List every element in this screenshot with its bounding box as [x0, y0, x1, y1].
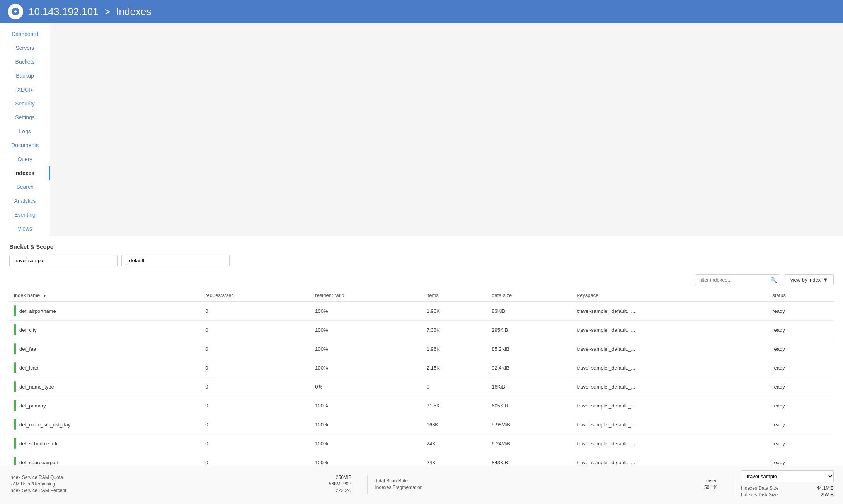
index-name-text: def_airportname [19, 308, 56, 314]
status-indicator [14, 400, 16, 411]
view-by-label: view by index [790, 277, 821, 283]
cell-status: ready [768, 396, 834, 415]
ram-quota-value: 256MiB [336, 475, 352, 480]
col-keyspace: keyspace [572, 289, 768, 302]
footer-block-left: Index Service RAM Quota 256MiB RAM Used/… [9, 475, 359, 494]
index-name-text: def_icao [19, 365, 38, 371]
cell-data-size: 16KiB [487, 377, 572, 396]
table-row[interactable]: def_name_type 0 0% 0 16KiB travel-sample… [9, 377, 834, 396]
sidebar-item-views[interactable]: Views [0, 222, 50, 236]
table-row[interactable]: def_sourceairport 0 100% 24K 843KiB trav… [9, 453, 834, 465]
status-indicator [14, 419, 16, 430]
cell-items: 24K [422, 434, 487, 453]
cell-keyspace: travel-sample._default._... [572, 434, 768, 453]
stat-data-size: Indexes Data Size 44.1MiB [741, 485, 834, 491]
cell-items: 1.96K [422, 302, 487, 321]
cell-requests: 0 [201, 377, 310, 396]
col-ratio: resident ratio [310, 289, 422, 302]
sidebar-item-search[interactable]: Search [0, 180, 50, 194]
sidebar-item-buckets[interactable]: Buckets [0, 55, 50, 69]
scan-rate-value: 0/sec [706, 478, 717, 484]
main-content: Bucket & Scope 🔍 view by index [0, 236, 843, 465]
ram-percent-label: Index Service RAM Percent [9, 488, 66, 493]
scope-input[interactable] [121, 255, 230, 266]
index-name-text: def_route_src_dst_day [19, 422, 70, 428]
cell-keyspace: travel-sample._default._... [572, 358, 768, 377]
cell-status: ready [768, 434, 834, 453]
index-name-text: def_primary [19, 403, 46, 409]
cell-ratio: 100% [310, 358, 422, 377]
sidebar-item-security[interactable]: Security [0, 97, 50, 110]
view-by-button[interactable]: view by index ▼ [785, 274, 834, 285]
cell-data-size: 605KiB [487, 396, 572, 415]
cell-requests: 0 [201, 358, 310, 377]
header-title: 10.143.192.101 > Indexes [29, 6, 151, 18]
sidebar-item-settings[interactable]: Settings [0, 110, 50, 124]
cell-index-name: def_schedule_utc [9, 434, 201, 453]
col-index-name[interactable]: index name ▼ [9, 289, 201, 302]
footer-divider-2 [733, 475, 733, 494]
table-row[interactable]: def_route_src_dst_day 0 100% 168K 5.98Mi… [9, 415, 834, 434]
stat-scan-rate: Total Scan Rate 0/sec [375, 478, 718, 484]
cell-items: 24K [422, 453, 487, 465]
footer-stats: Index Service RAM Quota 256MiB RAM Used/… [0, 465, 843, 504]
cell-items: 31.5K [422, 396, 487, 415]
cell-index-name: def_faa [9, 339, 201, 358]
bucket-dropdown[interactable]: travel-sample [741, 470, 834, 482]
table-row[interactable]: def_faa 0 100% 1.96K 85.2KiB travel-samp… [9, 339, 834, 358]
cell-ratio: 100% [310, 434, 422, 453]
sidebar-item-query[interactable]: Query [0, 152, 50, 166]
stat-ram-used: RAM Used/Remaining 568MiB/0B [9, 481, 352, 487]
cell-requests: 0 [201, 415, 310, 434]
sidebar-item-servers[interactable]: Servers [0, 41, 50, 55]
col-data-size: data size [487, 289, 572, 302]
sidebar-item-indexes[interactable]: Indexes [0, 166, 50, 180]
status-indicator [14, 305, 16, 316]
bucket-input[interactable] [9, 255, 118, 266]
table-row[interactable]: def_primary 0 100% 31.5K 605KiB travel-s… [9, 396, 834, 415]
cell-index-name: def_name_type [9, 377, 201, 396]
cell-data-size: 85.2KiB [487, 339, 572, 358]
filter-row: 🔍 view by index ▼ [9, 274, 834, 285]
filter-input[interactable] [695, 274, 780, 285]
col-requests: requests/sec [201, 289, 310, 302]
sidebar-item-xdcr[interactable]: XDCR [0, 83, 50, 97]
cell-items: 168K [422, 415, 487, 434]
cell-ratio: 100% [310, 321, 422, 339]
cell-ratio: 100% [310, 339, 422, 358]
index-name-text: def_name_type [19, 384, 54, 390]
scan-rate-label: Total Scan Rate [375, 478, 408, 484]
cell-keyspace: travel-sample._default._... [572, 302, 768, 321]
ram-used-label: RAM Used/Remaining [9, 481, 55, 487]
table-row[interactable]: def_airportname 0 100% 1.96K 83KiB trave… [9, 302, 834, 321]
cell-status: ready [768, 339, 834, 358]
bucket-scope-title: Bucket & Scope [9, 243, 834, 250]
header-ip: 10.143.192.101 [29, 6, 99, 17]
index-name-text: def_faa [19, 346, 36, 352]
cell-items: 2.15K [422, 358, 487, 377]
sidebar-item-analytics[interactable]: Analytics [0, 194, 50, 208]
sidebar-item-logs[interactable]: Logs [0, 124, 50, 138]
cell-keyspace: travel-sample._default._... [572, 453, 768, 465]
cell-data-size: 92.4KiB [487, 358, 572, 377]
sidebar-item-backup[interactable]: Backup [0, 69, 50, 83]
cell-status: ready [768, 377, 834, 396]
sidebar-item-documents[interactable]: Documents [0, 138, 50, 152]
stat-ram-quota: Index Service RAM Quota 256MiB [9, 475, 352, 480]
sidebar-item-dashboard[interactable]: Dashboard [0, 27, 50, 41]
status-indicator [14, 381, 16, 392]
table-row[interactable]: def_icao 0 100% 2.15K 92.4KiB travel-sam… [9, 358, 834, 377]
table-row[interactable]: def_city 0 100% 7.38K 295KiB travel-samp… [9, 321, 834, 339]
data-size-value: 44.1MiB [817, 485, 834, 491]
fragmentation-value: 50.1% [704, 485, 717, 490]
stat-disk-size: Indexes Disk Size 25MiB [741, 492, 834, 497]
sidebar-item-eventing[interactable]: Eventing [0, 208, 50, 222]
cell-data-size: 843KiB [487, 453, 572, 465]
filter-input-wrap: 🔍 [695, 274, 780, 285]
cell-index-name: def_route_src_dst_day [9, 415, 201, 434]
table-row[interactable]: def_schedule_utc 0 100% 24K 6.24MiB trav… [9, 434, 834, 453]
table-header-row: index name ▼ requests/sec resident ratio… [9, 289, 834, 302]
disk-size-value: 25MiB [821, 492, 834, 497]
app-logo [8, 4, 23, 19]
index-table: index name ▼ requests/sec resident ratio… [9, 289, 834, 465]
